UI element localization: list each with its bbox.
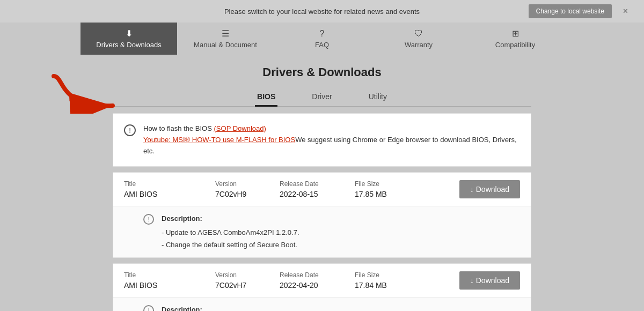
col-action-2: ↓ Download: [459, 271, 520, 290]
col-title-1: Title AMI BIOS: [124, 180, 210, 198]
tab-compatibility[interactable]: ⊞ Compatibility: [467, 23, 564, 55]
title-label-1: Title: [124, 180, 210, 188]
date-label-1: Release Date: [280, 180, 349, 188]
sop-download-link[interactable]: (SOP Download): [214, 124, 266, 132]
close-notification-button[interactable]: ×: [623, 6, 628, 16]
desc-text-2: Description: - Update to AMD ComboAm4v2P…: [162, 304, 292, 311]
faq-icon: ?: [320, 29, 325, 39]
page-title: Drivers & Downloads: [113, 65, 531, 79]
tab-manual-label: Manual & Document: [194, 41, 257, 49]
tab-manual-document[interactable]: ☰ Manual & Document: [177, 23, 274, 55]
notification-text: Please switch to your local website for …: [224, 8, 420, 16]
main-content: Drivers & Downloads BIOS Driver Utility …: [0, 55, 644, 311]
date-value-1: 2022-08-15: [280, 190, 349, 198]
col-size-1: File Size 17.85 MB: [355, 180, 419, 198]
notification-bar: Please switch to your local website for …: [0, 0, 644, 23]
change-local-button[interactable]: Change to local website: [529, 4, 612, 18]
document-icon: ☰: [222, 28, 229, 39]
desc-title-2: Description:: [162, 304, 292, 311]
card-main-2: Title AMI BIOS Version 7C02vH7 Release D…: [113, 264, 531, 297]
title-value-2: AMI BIOS: [124, 281, 210, 290]
red-arrow-icon: [48, 71, 123, 114]
sub-tab-navigation: BIOS Driver Utility: [113, 88, 531, 107]
version-value-2: 7C02vH7: [215, 281, 274, 290]
sub-tab-utility[interactable]: Utility: [367, 88, 389, 107]
warranty-icon: 🛡: [414, 29, 423, 39]
col-action-1: ↓ Download: [459, 180, 520, 198]
size-label-2: File Size: [355, 271, 419, 279]
desc-info-icon-1: !: [143, 214, 154, 225]
col-version-2: Version 7C02vH7: [215, 271, 274, 290]
tab-warranty[interactable]: 🛡 Warranty: [370, 23, 467, 55]
card-description-1: ! Description: - Update to AGESA ComboAm…: [113, 206, 531, 257]
col-version-1: Version 7C02vH9: [215, 180, 274, 198]
info-icon: !: [124, 124, 136, 136]
info-text-prefix: How to flash the BIOS: [143, 124, 214, 132]
col-date-1: Release Date 2022-08-15: [280, 180, 349, 198]
desc-line-1-0: - Update to AGESA ComboAm4x2PI 1.2.0.7.: [162, 227, 299, 239]
date-label-2: Release Date: [280, 271, 349, 279]
desc-info-icon-2: !: [143, 305, 154, 311]
download-card-2: Title AMI BIOS Version 7C02vH7 Release D…: [113, 263, 531, 311]
info-text: How to flash the BIOS (SOP Download) You…: [143, 123, 520, 157]
download-icon: ⬇: [126, 28, 133, 39]
tab-navigation: ⬇ Drivers & Downloads ☰ Manual & Documen…: [0, 23, 644, 55]
col-date-2: Release Date 2022-04-20: [280, 271, 349, 290]
size-label-1: File Size: [355, 180, 419, 188]
card-description-2: ! Description: - Update to AMD ComboAm4v…: [113, 297, 531, 311]
size-value-1: 17.85 MB: [355, 190, 419, 198]
download-button-2[interactable]: ↓ Download: [459, 271, 520, 290]
version-value-1: 7C02vH9: [215, 190, 274, 198]
size-value-2: 17.84 MB: [355, 281, 419, 290]
card-main-1: Title AMI BIOS Version 7C02vH9 Release D…: [113, 173, 531, 206]
arrow-container: [48, 71, 123, 116]
desc-text-1: Description: - Update to AGESA ComboAm4x…: [162, 213, 299, 250]
tab-drivers-label: Drivers & Downloads: [96, 41, 161, 49]
desc-line-1-1: - Change the default setting of Secure B…: [162, 239, 299, 251]
version-label-1: Version: [215, 180, 274, 188]
content-panel: Drivers & Downloads BIOS Driver Utility …: [113, 55, 531, 311]
download-button-1[interactable]: ↓ Download: [459, 180, 520, 198]
tab-drivers-downloads[interactable]: ⬇ Drivers & Downloads: [80, 23, 177, 55]
download-card-1: Title AMI BIOS Version 7C02vH9 Release D…: [113, 172, 531, 257]
info-box: ! How to flash the BIOS (SOP Download) Y…: [113, 113, 531, 167]
col-size-2: File Size 17.84 MB: [355, 271, 419, 290]
col-title-2: Title AMI BIOS: [124, 271, 210, 290]
sub-tab-driver[interactable]: Driver: [310, 88, 334, 107]
title-label-2: Title: [124, 271, 210, 279]
version-label-2: Version: [215, 271, 274, 279]
tab-warranty-label: Warranty: [405, 41, 433, 49]
tab-faq[interactable]: ? FAQ: [274, 23, 370, 55]
sub-tab-bios[interactable]: BIOS: [255, 88, 277, 107]
date-value-2: 2022-04-20: [280, 281, 349, 290]
compatibility-icon: ⊞: [512, 28, 519, 39]
youtube-link[interactable]: Youtube: MSI® HOW-TO use M-FLASH for BIO…: [143, 136, 295, 144]
tab-compatibility-label: Compatibility: [495, 41, 535, 49]
desc-title-1: Description:: [162, 213, 299, 225]
title-value-1: AMI BIOS: [124, 190, 210, 198]
tab-faq-label: FAQ: [315, 41, 329, 49]
